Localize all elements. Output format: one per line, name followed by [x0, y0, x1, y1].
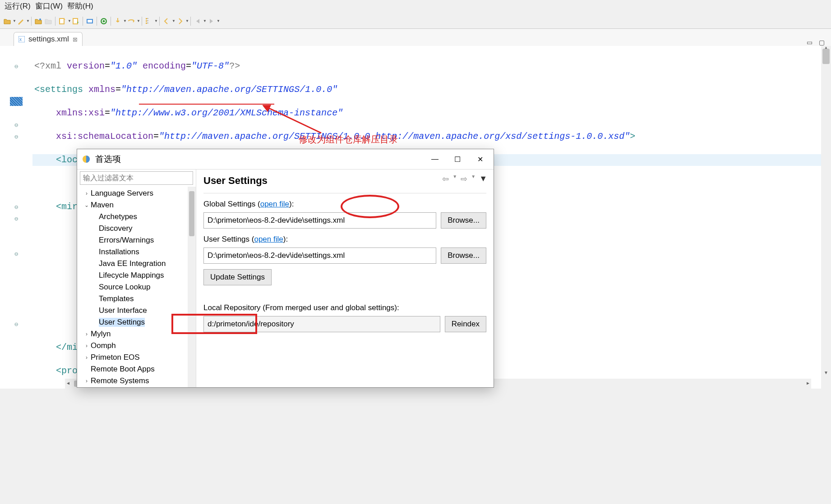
- tree-item-oomph[interactable]: ›Oomph: [77, 340, 196, 352]
- chevron-right-icon[interactable]: ›: [83, 354, 91, 361]
- tab-close-icon[interactable]: ⊠: [73, 36, 78, 43]
- svg-text:+: +: [77, 20, 79, 25]
- dropdown-icon[interactable]: ▼: [26, 19, 29, 23]
- tree-item-templates[interactable]: Templates: [77, 293, 196, 305]
- user-settings-input[interactable]: [203, 247, 436, 264]
- scroll-left-icon[interactable]: ◀: [67, 378, 69, 389]
- open-project-icon[interactable]: [34, 17, 43, 26]
- dropdown-icon[interactable]: ▼: [154, 19, 157, 23]
- tree-item-user-interface[interactable]: User Interface: [77, 305, 196, 316]
- separator: [190, 17, 191, 26]
- fold-icon[interactable]: ⊖: [14, 321, 18, 328]
- vertical-scrollbar[interactable]: ▲ ▼: [821, 46, 831, 389]
- tree-item-installations[interactable]: Installations: [77, 246, 196, 258]
- open-file-link[interactable]: open file: [260, 200, 289, 208]
- preferences-page: ⇦▼ ⇨▼ ▼ User Settings Global Settings (o…: [196, 170, 494, 387]
- tree-label: Language Servers: [91, 189, 153, 198]
- reindex-button[interactable]: Reindex: [445, 316, 486, 332]
- step-over-icon[interactable]: [127, 17, 136, 26]
- maximize-button[interactable]: ☐: [448, 155, 466, 164]
- panel-icon[interactable]: [85, 17, 94, 26]
- code-text: xmlns: [83, 84, 115, 95]
- nav-forward-icon[interactable]: [207, 17, 216, 26]
- line-marker-icon[interactable]: [10, 97, 23, 106]
- chevron-right-icon[interactable]: ›: [83, 343, 91, 349]
- forward-icon[interactable]: [175, 17, 185, 26]
- local-repository-input[interactable]: [203, 316, 440, 332]
- step-into-icon[interactable]: [113, 17, 122, 26]
- menu-window[interactable]: 窗口(W): [35, 1, 63, 13]
- wand-icon[interactable]: [16, 17, 25, 26]
- scrollbar-thumb[interactable]: [189, 191, 194, 236]
- chevron-right-icon[interactable]: ›: [83, 378, 91, 384]
- tree-item-user-settings[interactable]: User Settings: [77, 316, 196, 328]
- filter-input[interactable]: [80, 171, 193, 185]
- tree-item-maven[interactable]: ⌄Maven: [77, 199, 196, 211]
- nav-forward-icon[interactable]: ⇨: [461, 174, 467, 184]
- fold-icon[interactable]: ⊖: [14, 215, 18, 222]
- dialog-titlebar[interactable]: 首选项 — ☐ ✕: [77, 149, 494, 169]
- nav-back-icon[interactable]: ⇦: [442, 174, 449, 184]
- code-text: <: [34, 225, 83, 235]
- scroll-down-icon[interactable]: ▼: [821, 370, 831, 375]
- tree-item-lifecycle-mappings[interactable]: Lifecycle Mappings: [77, 270, 196, 281]
- tree-label: Mylyn: [91, 330, 111, 339]
- fold-icon[interactable]: ⊖: [14, 133, 18, 140]
- dropdown-icon[interactable]: ▼: [471, 174, 476, 184]
- tree-item-discovery[interactable]: Discovery: [77, 223, 196, 234]
- tree-item-archetypes[interactable]: Archetypes: [77, 211, 196, 223]
- fold-icon[interactable]: ⊖: [14, 203, 18, 211]
- dropdown-icon[interactable]: ▼: [172, 19, 175, 23]
- browse-button[interactable]: Browse...: [441, 212, 486, 229]
- dropdown-icon[interactable]: ▼: [203, 19, 206, 23]
- dropdown-icon[interactable]: ▼: [68, 19, 70, 23]
- code-text: pro: [61, 366, 78, 376]
- tree-item-errors-warnings[interactable]: Errors/Warnings: [77, 234, 196, 246]
- dropdown-icon[interactable]: ▼: [13, 19, 15, 23]
- separator: [97, 17, 97, 26]
- fold-icon[interactable]: ⊖: [14, 63, 18, 70]
- nav-back-icon[interactable]: [193, 17, 202, 26]
- dropdown-icon[interactable]: ▼: [452, 174, 457, 184]
- fold-icon[interactable]: ⊖: [14, 250, 18, 257]
- scroll-right-icon[interactable]: ▶: [807, 378, 809, 389]
- fold-icon[interactable]: ⊖: [14, 121, 18, 128]
- browse-button[interactable]: Browse...: [441, 247, 486, 264]
- new-wizard-icon[interactable]: [58, 17, 67, 26]
- dropdown-icon[interactable]: ▼: [137, 19, 139, 23]
- dropdown-icon[interactable]: ▼: [185, 19, 188, 23]
- minimize-button[interactable]: —: [426, 155, 444, 163]
- tree-item-mylyn[interactable]: ›Mylyn: [77, 328, 196, 340]
- tree-item-remote-systems[interactable]: ›Remote Systems: [77, 375, 196, 387]
- separator: [159, 17, 160, 26]
- back-icon[interactable]: [162, 17, 171, 26]
- tree-item-remote-boot-apps[interactable]: Remote Boot Apps: [77, 363, 196, 375]
- scrollbar-thumb[interactable]: [822, 49, 830, 64]
- global-settings-input[interactable]: [203, 212, 436, 229]
- close-button[interactable]: ✕: [471, 155, 489, 164]
- filter-field[interactable]: [80, 171, 193, 185]
- global-settings-label: Global Settings (open file):: [203, 200, 486, 209]
- dropdown-icon[interactable]: ▼: [217, 19, 219, 23]
- toolbar: ▼ ▼ ▼ + ▼ ▼ ▼ ▼ ▼ ▼ ▼: [0, 14, 831, 29]
- tab-settings-xml[interactable]: x settings.xml ⊠: [14, 32, 83, 46]
- run-server-icon[interactable]: [99, 17, 108, 26]
- menu-help[interactable]: 帮助(H): [67, 1, 93, 13]
- tree-item-java-ee-integration[interactable]: Java EE Integration: [77, 258, 196, 270]
- menu-icon[interactable]: ▼: [479, 174, 487, 184]
- update-settings-button[interactable]: Update Settings: [203, 269, 272, 285]
- dropdown-icon[interactable]: ▼: [123, 19, 126, 23]
- open-file-link[interactable]: open file: [254, 235, 283, 243]
- minimize-icon[interactable]: ▭: [807, 39, 813, 46]
- tree-item-language-servers[interactable]: ›Language Servers: [77, 188, 196, 199]
- menu-run[interactable]: 运行(R): [5, 1, 31, 13]
- chevron-right-icon[interactable]: ›: [83, 190, 91, 197]
- hierarchy-icon[interactable]: [144, 17, 153, 26]
- tree-item-source-lookup[interactable]: Source Lookup: [77, 281, 196, 293]
- open-icon[interactable]: [3, 17, 12, 26]
- chevron-right-icon[interactable]: ›: [83, 331, 91, 337]
- chevron-down-icon[interactable]: ⌄: [83, 202, 91, 208]
- tree-item-primeton-eos[interactable]: ›Primeton EOS: [77, 352, 196, 363]
- tree-scrollbar[interactable]: [188, 187, 196, 387]
- new-file-icon[interactable]: +: [71, 17, 80, 26]
